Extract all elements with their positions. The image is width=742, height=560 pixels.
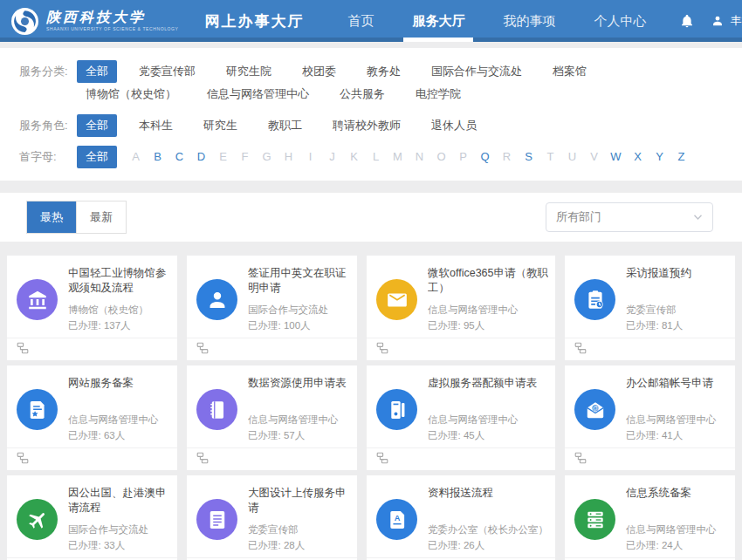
- card-content: 网站服务备案信息与网络管理中心已办理: 63人: [68, 376, 170, 447]
- header: 陕西科技大学 SHAANXI UNIVERSITY OF SCIENCE & T…: [0, 0, 742, 42]
- role-chip[interactable]: 研究生: [195, 114, 246, 137]
- card-title: 办公邮箱帐号申请: [626, 376, 728, 407]
- card-main: 签证用中英文在职证明申请国际合作与交流处已办理: 100人: [187, 256, 357, 338]
- letter-J: J: [326, 146, 338, 168]
- category-chip[interactable]: 国际合作与交流处: [423, 60, 531, 83]
- card-handled-count: 已办理: 24人: [626, 537, 728, 553]
- role-chip[interactable]: 本科生: [130, 114, 182, 137]
- card-title: 虚拟服务器配额申请表: [428, 376, 548, 407]
- user-icon: [196, 279, 237, 320]
- clipboard-clock-icon: [574, 279, 615, 320]
- initial-chip-all[interactable]: 全部: [77, 146, 117, 168]
- svg-text:A: A: [394, 514, 400, 522]
- card-title: 网站服务备案: [68, 376, 170, 407]
- card-footer: [7, 447, 177, 470]
- category-chip[interactable]: 公共服务: [331, 83, 394, 106]
- letter-S[interactable]: S: [523, 146, 534, 168]
- category-chip[interactable]: 信息与网络管理中心: [198, 83, 318, 106]
- sort-tab-hottest[interactable]: 最热: [27, 201, 76, 233]
- letter-R: R: [501, 146, 512, 168]
- category-chip[interactable]: 校团委: [293, 60, 345, 83]
- letter-X[interactable]: X: [632, 146, 643, 168]
- filter-row-label: 首字母:: [19, 146, 77, 168]
- workflow-icon: [376, 342, 388, 358]
- card-footer: [367, 338, 555, 360]
- card-department: 博物馆（校史馆）: [68, 302, 170, 318]
- card-handled-count: 已办理: 57人: [248, 427, 350, 443]
- card-handled-count: 已办理: 137人: [68, 318, 170, 333]
- service-card[interactable]: 数据资源使用申请表信息与网络管理中心已办理: 57人: [187, 365, 357, 470]
- doc-star-icon: [17, 389, 58, 430]
- category-chip[interactable]: 全部: [77, 60, 117, 83]
- role-chip[interactable]: 全部: [77, 114, 117, 137]
- sort-tab-newest[interactable]: 最新: [76, 201, 126, 233]
- header-right: 丰文翔: [679, 13, 742, 29]
- service-card[interactable]: A资料报送流程党委办公室（校长办公室）已办理: 26人: [367, 475, 555, 560]
- department-select[interactable]: 所有部门: [546, 202, 713, 232]
- role-chip[interactable]: 教职工: [259, 114, 311, 137]
- filter-row-role: 服务角色:全部本科生研究生教职工聘请校外教师退休人员: [19, 114, 723, 137]
- letter-H: H: [283, 146, 294, 168]
- card-main: @办公邮箱帐号申请信息与网络管理中心已办理: 41人: [565, 365, 735, 447]
- letter-D[interactable]: D: [196, 146, 207, 168]
- card-main: A资料报送流程党委办公室（校长办公室）已办理: 26人: [367, 475, 555, 557]
- letter-C[interactable]: C: [174, 146, 185, 168]
- card-handled-count: 已办理: 95人: [428, 318, 548, 333]
- letter-W[interactable]: W: [610, 146, 622, 168]
- nav-item-personal-center[interactable]: 个人中心: [588, 0, 651, 42]
- service-card[interactable]: 虚拟服务器配额申请表信息与网络管理中心已办理: 45人: [367, 365, 555, 470]
- card-content: 信息系统备案信息与网络管理中心已办理: 24人: [626, 486, 728, 557]
- notification-bell-icon[interactable]: [679, 13, 695, 29]
- letter-G: G: [261, 146, 272, 168]
- page-root: 陕西科技大学 SHAANXI UNIVERSITY OF SCIENCE & T…: [0, 0, 742, 560]
- workflow-icon: [196, 452, 209, 468]
- letter-U: U: [567, 146, 578, 168]
- letter-N: N: [414, 146, 425, 168]
- card-content: 微软office365申请（教职工）信息与网络管理中心已办理: 95人: [428, 266, 548, 338]
- card-main: 虚拟服务器配额申请表信息与网络管理中心已办理: 45人: [367, 365, 555, 447]
- card-content: 中国轻工业博物馆参观须知及流程博物馆（校史馆）已办理: 137人: [68, 266, 170, 338]
- card-department: 党委办公室（校长办公室）: [428, 522, 548, 537]
- card-main: 信息系统备案信息与网络管理中心已办理: 24人: [565, 475, 735, 557]
- university-name-en: SHAANXI UNIVERSITY OF SCIENCE & TECHNOLO…: [46, 27, 178, 31]
- service-card[interactable]: 中国轻工业博物馆参观须知及流程博物馆（校史馆）已办理: 137人: [7, 256, 177, 360]
- category-chip[interactable]: 教务处: [358, 60, 409, 83]
- toolbar: 最热最新 所有部门: [0, 193, 742, 242]
- card-handled-count: 已办理: 26人: [428, 537, 548, 553]
- letter-Y[interactable]: Y: [654, 146, 665, 168]
- user-menu[interactable]: 丰文翔: [711, 13, 742, 29]
- letter-Z[interactable]: Z: [676, 146, 687, 168]
- nav-item-my-matters[interactable]: 我的事项: [498, 0, 560, 42]
- category-chip[interactable]: 电控学院: [407, 83, 470, 106]
- letter-B[interactable]: B: [152, 146, 163, 168]
- nav-item-service-hall[interactable]: 服务大厅: [407, 0, 470, 42]
- card-title: 中国轻工业博物馆参观须知及流程: [68, 266, 170, 297]
- service-card[interactable]: 因公出国、赴港澳申请流程国际合作与交流处已办理: 33人: [7, 475, 177, 560]
- university-logo[interactable]: 陕西科技大学 SHAANXI UNIVERSITY OF SCIENCE & T…: [10, 7, 178, 36]
- category-chip[interactable]: 党委宣传部: [130, 60, 204, 83]
- role-chip[interactable]: 聘请校外教师: [324, 114, 409, 137]
- service-card[interactable]: 大图设计上传服务申请党委宣传部已办理: 28人: [187, 475, 357, 560]
- service-card[interactable]: @办公邮箱帐号申请信息与网络管理中心已办理: 41人: [565, 365, 735, 470]
- category-chip[interactable]: 研究生院: [217, 60, 280, 83]
- card-main: 网站服务备案信息与网络管理中心已办理: 63人: [7, 365, 177, 447]
- letter-K: K: [348, 146, 360, 168]
- museum-icon: [17, 279, 58, 320]
- service-card[interactable]: 采访报道预约党委宣传部已办理: 81人: [565, 256, 735, 360]
- category-chip[interactable]: 博物馆（校史馆）: [77, 83, 185, 106]
- service-card[interactable]: 签证用中英文在职证明申请国际合作与交流处已办理: 100人: [187, 256, 357, 360]
- service-card[interactable]: 网站服务备案信息与网络管理中心已办理: 63人: [7, 365, 177, 470]
- category-chip[interactable]: 档案馆: [544, 60, 595, 83]
- card-content: 数据资源使用申请表信息与网络管理中心已办理: 57人: [248, 376, 350, 447]
- role-chip[interactable]: 退休人员: [423, 114, 485, 137]
- letter-Q[interactable]: Q: [479, 146, 491, 168]
- logo-text: 陕西科技大学 SHAANXI UNIVERSITY OF SCIENCE & T…: [46, 10, 178, 31]
- service-card-grid: 中国轻工业博物馆参观须知及流程博物馆（校史馆）已办理: 137人签证用中英文在职…: [0, 242, 742, 560]
- filter-row-label: 服务分类:: [19, 60, 77, 83]
- service-card[interactable]: 微软office365申请（教职工）信息与网络管理中心已办理: 95人: [367, 256, 555, 360]
- card-content: 资料报送流程党委办公室（校长办公室）已办理: 26人: [428, 486, 548, 557]
- service-card[interactable]: 信息系统备案信息与网络管理中心已办理: 24人: [565, 475, 735, 560]
- nav-item-home[interactable]: 首页: [342, 0, 379, 42]
- card-content: 大图设计上传服务申请党委宣传部已办理: 28人: [248, 486, 350, 557]
- card-handled-count: 已办理: 100人: [248, 318, 350, 333]
